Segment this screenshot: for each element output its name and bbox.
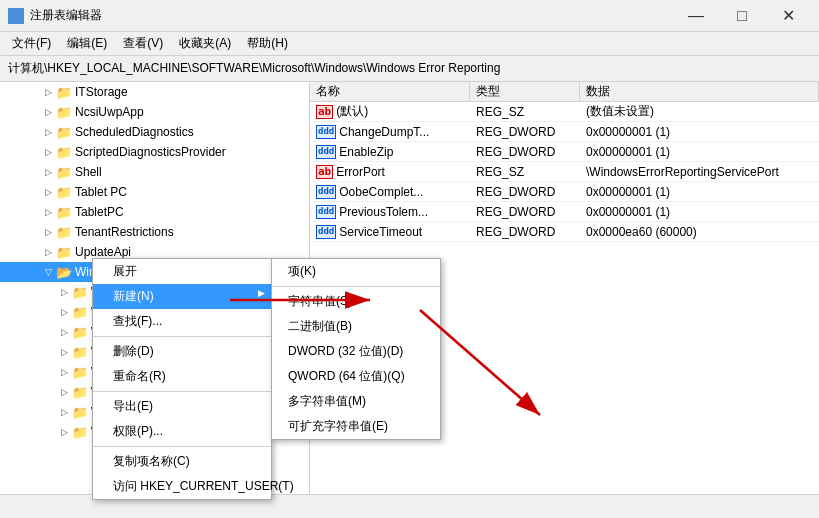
menu-help[interactable]: 帮助(H) <box>239 33 296 55</box>
tree-item-tenantrestrictions[interactable]: ▷ 📁 TenantRestrictions <box>0 222 309 242</box>
folder-icon: 📁 <box>72 285 88 300</box>
expand-arrow: ▷ <box>40 207 56 217</box>
value-row-changedump[interactable]: ddd ChangeDumpT... REG_DWORD 0x00000001 … <box>310 122 819 142</box>
values-header: 名称 类型 数据 <box>310 82 819 102</box>
tree-item-scripteddiag[interactable]: ▷ 📁 ScriptedDiagnosticsProvider <box>0 142 309 162</box>
value-data-previoustolem: 0x00000001 (1) <box>580 205 819 219</box>
tree-label: Shell <box>75 165 102 179</box>
ctx-permissions[interactable]: 权限(P)... <box>93 419 271 444</box>
ctx-rename[interactable]: 重命名(R) <box>93 364 271 389</box>
folder-icon: 📁 <box>56 205 72 220</box>
folder-icon: 📁 <box>72 405 88 420</box>
folder-icon: 📁 <box>72 365 88 380</box>
tree-item-itstorage[interactable]: ▷ 📁 ITStorage <box>0 82 309 102</box>
address-bar: 计算机\HKEY_LOCAL_MACHINE\SOFTWARE\Microsof… <box>0 56 819 82</box>
sub-multistring[interactable]: 多字符串值(M) <box>272 389 440 414</box>
tree-item-tabletpc[interactable]: ▷ 📁 TabletPC <box>0 202 309 222</box>
value-name-previoustolem: ddd PreviousTolem... <box>310 205 470 219</box>
expand-arrow: ▷ <box>56 347 72 357</box>
expand-arrow: ▷ <box>56 327 72 337</box>
title-bar: 注册表编辑器 — □ ✕ <box>0 0 819 32</box>
tree-item-ncsiuwpapp[interactable]: ▷ 📁 NcsiUwpApp <box>0 102 309 122</box>
svg-rect-3 <box>17 17 22 22</box>
tree-label: ScheduledDiagnostics <box>75 125 194 139</box>
value-data-enablezip: 0x00000001 (1) <box>580 145 819 159</box>
folder-icon: 📁 <box>72 305 88 320</box>
reg-icon-dword: ddd <box>316 205 336 219</box>
value-name-servicetimeout: ddd ServiceTimeout <box>310 225 470 239</box>
value-data-default: (数值未设置) <box>580 103 819 120</box>
minimize-button[interactable]: — <box>673 0 719 32</box>
menu-edit[interactable]: 编辑(E) <box>59 33 115 55</box>
value-row-errorport[interactable]: ab ErrorPort REG_SZ \WindowsErrorReporti… <box>310 162 819 182</box>
sub-qword64[interactable]: QWORD (64 位值)(Q) <box>272 364 440 389</box>
expand-arrow: ▷ <box>56 287 72 297</box>
expand-arrow: ▷ <box>40 227 56 237</box>
tree-label: NcsiUwpApp <box>75 105 144 119</box>
value-type-enablezip: REG_DWORD <box>470 145 580 159</box>
col-header-type: 类型 <box>470 82 580 101</box>
ctx-sep3 <box>93 446 271 447</box>
value-row-enablezip[interactable]: ddd EnableZip REG_DWORD 0x00000001 (1) <box>310 142 819 162</box>
tree-item-shell[interactable]: ▷ 📁 Shell <box>0 162 309 182</box>
ctx-expand[interactable]: 展开 <box>93 259 271 284</box>
folder-icon: 📁 <box>56 105 72 120</box>
expand-arrow: ▷ <box>40 127 56 137</box>
close-button[interactable]: ✕ <box>765 0 811 32</box>
tree-label: ITStorage <box>75 85 128 99</box>
sub-menu: 项(K) 字符串值(S) 二进制值(B) DWORD (32 位值)(D) QW… <box>271 258 441 440</box>
sub-expandstring[interactable]: 可扩充字符串值(E) <box>272 414 440 439</box>
tree-item-tabletpc-space[interactable]: ▷ 📁 Tablet PC <box>0 182 309 202</box>
sub-binary[interactable]: 二进制值(B) <box>272 314 440 339</box>
tree-item-scheduleddiag[interactable]: ▷ 📁 ScheduledDiagnostics <box>0 122 309 142</box>
ctx-new[interactable]: 新建(N) <box>93 284 271 309</box>
value-row-default[interactable]: ab (默认) REG_SZ (数值未设置) <box>310 102 819 122</box>
menu-view[interactable]: 查看(V) <box>115 33 171 55</box>
value-type-servicetimeout: REG_DWORD <box>470 225 580 239</box>
ctx-find[interactable]: 查找(F)... <box>93 309 271 334</box>
folder-icon: 📁 <box>56 225 72 240</box>
tree-label: TabletPC <box>75 205 124 219</box>
context-menu: 展开 新建(N) 查找(F)... 删除(D) 重命名(R) 导出(E) 权限(… <box>92 258 272 500</box>
value-type-errorport: REG_SZ <box>470 165 580 179</box>
expand-arrow: ▷ <box>56 407 72 417</box>
title-bar-left: 注册表编辑器 <box>8 7 102 24</box>
reg-icon-ab: ab <box>316 105 333 119</box>
folder-icon: 📁 <box>72 325 88 340</box>
value-row-previoustolem[interactable]: ddd PreviousTolem... REG_DWORD 0x0000000… <box>310 202 819 222</box>
value-type-default: REG_SZ <box>470 105 580 119</box>
menu-favorites[interactable]: 收藏夹(A) <box>171 33 239 55</box>
value-data-oobecomplete: 0x00000001 (1) <box>580 185 819 199</box>
value-type-oobecomplete: REG_DWORD <box>470 185 580 199</box>
maximize-button[interactable]: □ <box>719 0 765 32</box>
menu-bar: 文件(F) 编辑(E) 查看(V) 收藏夹(A) 帮助(H) <box>0 32 819 56</box>
sub-key[interactable]: 项(K) <box>272 259 440 284</box>
value-row-servicetimeout[interactable]: ddd ServiceTimeout REG_DWORD 0x0000ea60 … <box>310 222 819 242</box>
sub-string[interactable]: 字符串值(S) <box>272 289 440 314</box>
title-bar-controls: — □ ✕ <box>673 0 811 32</box>
expand-arrow: ▷ <box>40 247 56 257</box>
expand-arrow: ▷ <box>40 187 56 197</box>
expand-arrow: ▷ <box>40 147 56 157</box>
folder-icon: 📁 <box>56 165 72 180</box>
ctx-delete[interactable]: 删除(D) <box>93 339 271 364</box>
menu-file[interactable]: 文件(F) <box>4 33 59 55</box>
value-data-changedump: 0x00000001 (1) <box>580 125 819 139</box>
address-text: 计算机\HKEY_LOCAL_MACHINE\SOFTWARE\Microsof… <box>8 60 500 77</box>
reg-icon-dword: ddd <box>316 185 336 199</box>
value-name-changedump: ddd ChangeDumpT... <box>310 125 470 139</box>
ctx-export[interactable]: 导出(E) <box>93 394 271 419</box>
ctx-hkcu[interactable]: 访问 HKEY_CURRENT_USER(T) <box>93 474 271 499</box>
sub-dword32[interactable]: DWORD (32 位值)(D) <box>272 339 440 364</box>
ctx-sep2 <box>93 391 271 392</box>
expand-arrow: ▷ <box>56 387 72 397</box>
tree-label: UpdateApi <box>75 245 131 259</box>
tree-label: ScriptedDiagnosticsProvider <box>75 145 226 159</box>
reg-icon-dword: ddd <box>316 225 336 239</box>
ctx-copyname[interactable]: 复制项名称(C) <box>93 449 271 474</box>
folder-icon: 📁 <box>56 145 72 160</box>
window-title: 注册表编辑器 <box>30 7 102 24</box>
value-row-oobecomplete[interactable]: ddd OobeComplet... REG_DWORD 0x00000001 … <box>310 182 819 202</box>
svg-rect-2 <box>10 17 15 22</box>
tree-label: Tablet PC <box>75 185 127 199</box>
